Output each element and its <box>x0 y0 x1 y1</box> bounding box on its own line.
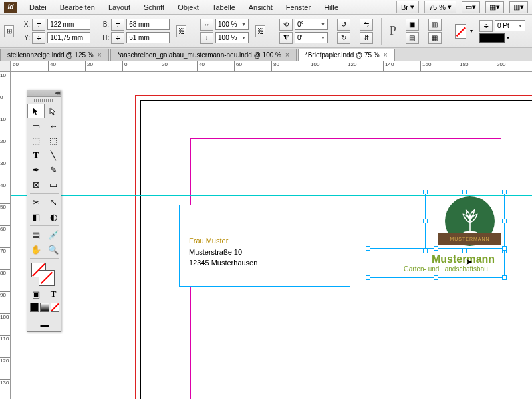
menu-layout[interactable]: Layout <box>102 1 137 13</box>
menu-hilfe[interactable]: Hilfe <box>317 1 345 13</box>
gradient-swatch-tool[interactable]: ◧ <box>27 209 45 224</box>
rectangle-frame-tool[interactable]: ⊠ <box>27 177 45 192</box>
doctab-3-label: *Briefpapier.indd @ 75 % <box>305 51 380 59</box>
zoom-tool[interactable]: 🔍 <box>45 242 62 257</box>
scaley-icon[interactable]: ↕ <box>200 32 213 44</box>
reference-point-icon[interactable]: ⊞ <box>4 25 14 37</box>
rotate-cw-icon[interactable]: ↻ <box>337 32 350 44</box>
eyedropper-tool[interactable]: 💉 <box>45 227 62 242</box>
menu-objekt[interactable]: Objekt <box>171 1 205 13</box>
format-container-icon[interactable]: ▣ <box>27 287 45 301</box>
brand-subtitle: Garten- und Landschaftsbau <box>404 265 488 273</box>
content-collector-tool[interactable]: ⬚ <box>27 133 45 148</box>
close-icon[interactable]: × <box>285 51 289 59</box>
apply-color-icon[interactable] <box>30 303 39 312</box>
palette-collapse-icon[interactable] <box>27 90 61 97</box>
fill-stroke-control[interactable] <box>27 260 62 287</box>
zoom-label: 75 % <box>429 3 446 11</box>
constrain-scale-icon[interactable]: ⛓ <box>255 25 265 37</box>
scalex-input[interactable]: 100 % <box>215 19 249 30</box>
doctab-3[interactable]: *Briefpapier.indd @ 75 %× <box>298 49 395 61</box>
zoom-dropdown[interactable]: 75 % ▾ <box>424 1 456 13</box>
bridge-button[interactable]: Br▾ <box>396 1 419 13</box>
selection-tool[interactable] <box>27 104 45 118</box>
x-input[interactable] <box>47 19 90 30</box>
flip-v-icon[interactable]: ⇵ <box>360 32 373 44</box>
doctab-1[interactable]: stellenanzeige.indd @ 125 %× <box>0 49 109 61</box>
line-tool[interactable]: ╲ <box>45 148 62 162</box>
ruler-vertical[interactable]: 100102030405060708090100110120130 <box>0 72 11 399</box>
menu-datei[interactable]: Datei <box>23 1 53 13</box>
stroke-style-caret-icon[interactable]: ▾ <box>507 35 509 41</box>
menu-ansicht[interactable]: Ansicht <box>242 1 279 13</box>
palette-grip[interactable] <box>27 97 61 104</box>
swatch-caret-icon[interactable]: ▾ <box>470 28 473 34</box>
tool-palette[interactable]: ▭ ↔ ⬚ ⬚ T ╲ ✒ ✎ ⊠ ▭ ✂ ⤡ ◧ ◐ ▤ 💉 ✋ 🔍 ▣ T … <box>27 90 61 332</box>
menu-bar: Id Datei Bearbeiten Layout Schrift Objek… <box>0 0 532 15</box>
flip-h-icon[interactable]: ⇋ <box>360 19 373 31</box>
address-street: Musterstraße 10 <box>189 247 340 258</box>
doctab-2[interactable]: *anschreiben_galabau_mustermann-neu.indd… <box>110 49 297 61</box>
x-stepper-icon[interactable]: ≑ <box>32 19 45 31</box>
pencil-tool[interactable]: ✎ <box>45 162 62 177</box>
rotate-input[interactable]: 0° <box>295 19 328 30</box>
wrap-1-icon[interactable]: ▣ <box>406 19 419 31</box>
page-tool[interactable]: ▭ <box>27 118 45 133</box>
rectangle-tool[interactable]: ▭ <box>45 177 62 192</box>
apply-none-icon[interactable] <box>51 303 59 312</box>
stroke-stepper-icon[interactable]: ≑ <box>479 20 493 32</box>
apply-gradient-icon[interactable] <box>40 303 49 312</box>
doctab-2-label: *anschreiben_galabau_mustermann-neu.indd… <box>118 51 281 59</box>
scalex-icon[interactable]: ↔ <box>200 19 213 31</box>
close-icon[interactable]: × <box>98 51 102 59</box>
arrange-button[interactable]: ▦▾ <box>485 1 504 13</box>
rotate-icon[interactable]: ⟲ <box>279 19 293 31</box>
logo-frame-group[interactable]: MUSTERMANN Mustermann Garten- und Landsc… <box>372 195 503 361</box>
stroke-weight-input[interactable]: 0 Pt <box>495 20 525 31</box>
fill-swatch[interactable] <box>455 24 466 39</box>
free-transform-tool[interactable]: ⤡ <box>45 195 62 209</box>
content-placer-tool[interactable]: ⬚ <box>45 133 62 148</box>
rotate-ccw-icon[interactable]: ↺ <box>337 19 350 31</box>
format-text-icon[interactable]: T <box>45 287 62 301</box>
screen-mode-button[interactable]: ▭▾ <box>462 1 480 13</box>
w-stepper-icon[interactable]: ≑ <box>111 19 124 31</box>
menu-fenster[interactable]: Fenster <box>279 1 317 13</box>
note-tool[interactable]: ▤ <box>27 227 45 242</box>
gap-tool[interactable]: ↔ <box>45 118 62 133</box>
menu-right-tools: Br▾ 75 % ▾ ▭▾ ▦▾ ▥▾ <box>396 1 528 13</box>
view-mode-icon[interactable]: ▬ <box>27 317 62 331</box>
menu-tabelle[interactable]: Tabelle <box>205 1 242 13</box>
ruler-origin[interactable] <box>0 61 11 72</box>
h-stepper-icon[interactable]: ≑ <box>111 32 124 44</box>
shear-input[interactable]: 0° <box>295 32 328 43</box>
direct-selection-tool[interactable] <box>45 104 62 118</box>
paragraph-mode-icon[interactable]: P <box>387 24 399 38</box>
y-stepper-icon[interactable]: ≑ <box>32 32 45 44</box>
menu-bearbeiten[interactable]: Bearbeiten <box>53 1 102 13</box>
close-icon[interactable]: × <box>384 51 388 59</box>
address-text-frame[interactable]: Frau Muster Musterstraße 10 12345 Muster… <box>179 205 350 287</box>
wrap-4-icon[interactable]: ▦ <box>428 32 442 44</box>
constrain-wh-icon[interactable]: ⛓ <box>176 25 186 37</box>
ruler-horizontal[interactable]: 604020020406080100120140160180200 <box>11 61 532 72</box>
shear-icon[interactable]: ⧨ <box>279 32 293 44</box>
scaley-input[interactable]: 100 % <box>215 32 249 43</box>
workspace-button[interactable]: ▥▾ <box>509 1 528 13</box>
stroke-color-icon[interactable] <box>39 271 54 285</box>
doctab-1-label: stellenanzeige.indd @ 125 % <box>7 51 94 59</box>
stroke-style-swatch[interactable] <box>479 33 505 43</box>
scissors-tool[interactable]: ✂ <box>27 195 45 209</box>
wrap-2-icon[interactable]: ▤ <box>406 32 419 44</box>
menu-schrift[interactable]: Schrift <box>137 1 171 13</box>
y-label: Y: <box>21 34 30 41</box>
document-canvas[interactable]: Frau Muster Musterstraße 10 12345 Muster… <box>11 72 532 399</box>
pen-tool[interactable]: ✒ <box>27 162 45 177</box>
w-input[interactable] <box>126 19 170 30</box>
wrap-3-icon[interactable]: ▥ <box>428 19 442 31</box>
type-tool[interactable]: T <box>27 148 45 162</box>
gradient-feather-tool[interactable]: ◐ <box>45 209 62 224</box>
h-input[interactable] <box>126 32 170 43</box>
hand-tool[interactable]: ✋ <box>27 242 45 257</box>
y-input[interactable] <box>47 32 90 43</box>
